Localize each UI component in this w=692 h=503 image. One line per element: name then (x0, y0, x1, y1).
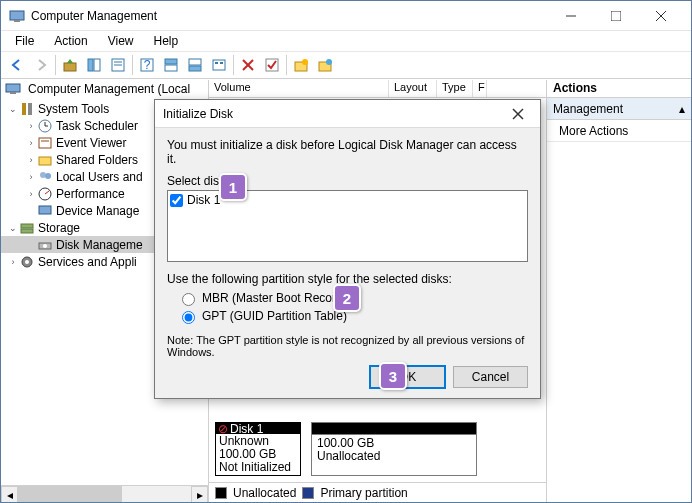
volume-card[interactable]: 100.00 GB Unallocated (311, 422, 477, 476)
svg-rect-35 (39, 138, 51, 148)
expand-icon[interactable]: › (25, 172, 37, 182)
tree-root[interactable]: Computer Management (Local (28, 82, 190, 96)
tree-diskmgmt[interactable]: Disk Manageme (56, 238, 143, 252)
scroll-left-button[interactable]: ◂ (1, 486, 18, 502)
svg-rect-43 (21, 224, 33, 228)
svg-rect-15 (165, 65, 177, 71)
legend-swatch-unallocated (215, 487, 227, 499)
disk-summary-card[interactable]: ⊘Disk 1 Unknown 100.00 GB Not Initialize… (215, 422, 301, 476)
svg-rect-6 (64, 63, 76, 71)
svg-rect-37 (39, 157, 51, 165)
svg-rect-44 (21, 229, 33, 233)
callout-3: 3 (379, 362, 407, 390)
callout-1: 1 (219, 173, 247, 201)
dialog-note: Note: The GPT partition style is not rec… (167, 334, 528, 358)
scroll-right-button[interactable]: ▸ (191, 486, 208, 502)
svg-rect-7 (88, 59, 93, 71)
tree-task[interactable]: Task Scheduler (56, 119, 138, 133)
svg-rect-0 (10, 11, 24, 20)
settings-button[interactable] (207, 53, 231, 77)
expand-icon[interactable]: › (25, 189, 37, 199)
actions-more[interactable]: More Actions (547, 120, 691, 142)
svg-text:?: ? (144, 58, 151, 72)
col-layout[interactable]: Layout (389, 80, 437, 97)
actions-pane: Actions Management ▴ More Actions (547, 80, 691, 502)
tree-perf[interactable]: Performance (56, 187, 125, 201)
tree-users[interactable]: Local Users and (56, 170, 143, 184)
actions-section[interactable]: Management ▴ (547, 98, 691, 120)
expand-icon[interactable]: › (25, 155, 37, 165)
event-icon (37, 135, 53, 151)
view-bottom-button[interactable] (183, 53, 207, 77)
refresh-button[interactable]: ? (135, 53, 159, 77)
svg-rect-16 (189, 59, 201, 65)
cancel-button[interactable]: Cancel (453, 366, 528, 388)
collapse-icon[interactable]: ⌄ (7, 223, 19, 233)
svg-point-46 (43, 244, 47, 248)
legend-swatch-primary (302, 487, 314, 499)
new-folder-button[interactable] (289, 53, 313, 77)
dialog-title: Initialize Disk (163, 107, 504, 121)
dialog-message: You must initialize a disk before Logica… (167, 138, 528, 166)
device-icon (37, 203, 53, 219)
tree-shared[interactable]: Shared Folders (56, 153, 138, 167)
delete-button[interactable] (236, 53, 260, 77)
check-button[interactable] (260, 53, 284, 77)
disk-list: Disk 1 (167, 190, 528, 262)
expand-icon[interactable]: › (7, 257, 19, 267)
close-button[interactable] (638, 1, 683, 30)
disk1-label: Disk 1 (187, 193, 220, 207)
horizontal-scrollbar[interactable]: ◂ ▸ (1, 485, 208, 502)
svg-point-38 (40, 172, 46, 178)
view-top-button[interactable] (159, 53, 183, 77)
mbr-radio[interactable] (182, 293, 195, 306)
minimize-button[interactable] (548, 1, 593, 30)
svg-rect-18 (213, 60, 225, 70)
col-type[interactable]: Type (437, 80, 473, 97)
up-button[interactable] (58, 53, 82, 77)
forward-button[interactable] (29, 53, 53, 77)
back-button[interactable] (5, 53, 29, 77)
svg-point-27 (326, 59, 332, 65)
tree-services[interactable]: Services and Appli (38, 255, 137, 269)
menu-help[interactable]: Help (146, 32, 187, 50)
collapse-icon[interactable]: ⌄ (7, 104, 19, 114)
properties-button[interactable] (106, 53, 130, 77)
svg-point-25 (302, 59, 308, 65)
tree-event[interactable]: Event Viewer (56, 136, 126, 150)
maximize-button[interactable] (593, 1, 638, 30)
expand-icon[interactable]: › (25, 121, 37, 131)
menu-view[interactable]: View (100, 32, 142, 50)
tree-storage[interactable]: Storage (38, 221, 80, 235)
svg-rect-31 (28, 103, 32, 115)
volume-status: Unallocated (317, 450, 471, 463)
gpt-label: GPT (GUID Partition Table) (202, 309, 347, 323)
folder-icon (37, 152, 53, 168)
gpt-radio[interactable] (182, 311, 195, 324)
menu-file[interactable]: File (7, 32, 42, 50)
col-fs[interactable]: F (473, 80, 487, 97)
help-icon-button[interactable] (313, 53, 337, 77)
column-headers: Volume Layout Type F (209, 80, 546, 98)
legend-unallocated: Unallocated (233, 486, 296, 500)
svg-rect-19 (215, 62, 218, 64)
col-volume[interactable]: Volume (209, 80, 389, 97)
svg-rect-29 (10, 92, 16, 94)
clock-icon (37, 118, 53, 134)
svg-point-39 (45, 173, 51, 179)
menu-bar: File Action View Help (1, 31, 691, 51)
menu-action[interactable]: Action (46, 32, 95, 50)
performance-icon (37, 186, 53, 202)
svg-point-48 (25, 260, 29, 264)
show-hide-tree-button[interactable] (82, 53, 106, 77)
tools-icon (19, 101, 35, 117)
legend-primary: Primary partition (320, 486, 407, 500)
tree-systools[interactable]: System Tools (38, 102, 109, 116)
app-icon (9, 8, 25, 24)
disk1-checkbox[interactable] (170, 194, 183, 207)
services-icon (19, 254, 35, 270)
dialog-close-button[interactable] (504, 100, 532, 128)
scroll-thumb[interactable] (18, 486, 122, 502)
tree-device[interactable]: Device Manage (56, 204, 139, 218)
expand-icon[interactable]: › (25, 138, 37, 148)
